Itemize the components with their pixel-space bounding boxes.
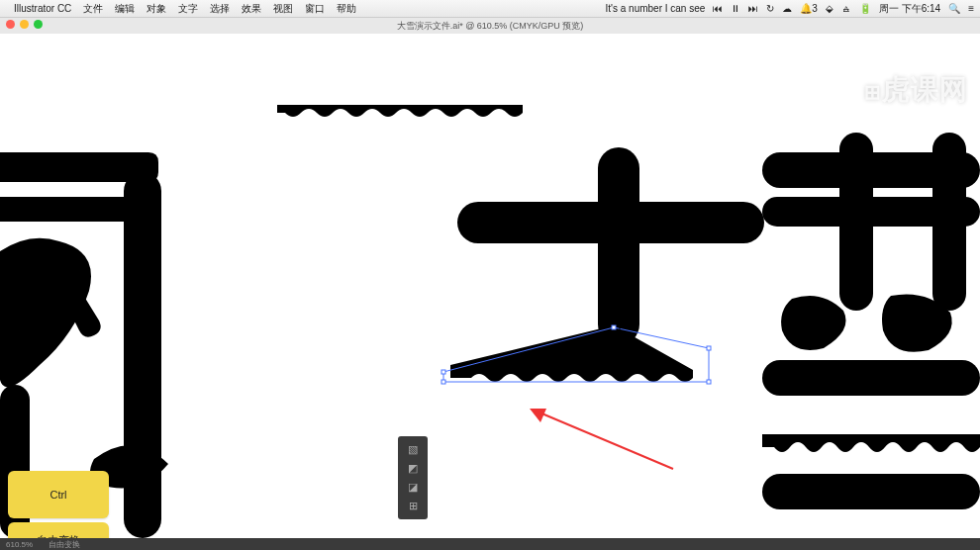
svg-rect-7 — [707, 346, 711, 350]
svg-rect-2 — [598, 147, 639, 345]
svg-rect-16 — [762, 360, 980, 396]
svg-rect-5 — [441, 370, 445, 374]
svg-rect-3 — [457, 202, 764, 243]
maximize-window-button[interactable] — [34, 20, 43, 29]
menu-edit[interactable]: 编辑 — [115, 2, 135, 16]
battery-icon: 🔋 — [859, 3, 871, 14]
close-window-button[interactable] — [6, 20, 15, 29]
document-header: 大雪演示文件.ai* @ 610.5% (CMYK/GPU 预览) — [0, 18, 980, 34]
free-transform-tool-icon[interactable]: ▧ — [402, 442, 424, 458]
menu-file[interactable]: 文件 — [83, 2, 103, 16]
perspective-distort-icon[interactable]: ◩ — [402, 461, 424, 477]
canvas[interactable]: ▧ ◩ ◪ ⊞ Ctrl 自由变换 E ⊞虎课网 — [0, 34, 980, 538]
search-icon[interactable]: 🔍 — [948, 3, 960, 14]
menu-view[interactable]: 视图 — [273, 2, 293, 16]
media-next-icon[interactable]: ⏭ — [748, 3, 758, 14]
menu-type[interactable]: 文字 — [178, 2, 198, 16]
dropbox-icon: ⬙ — [826, 3, 833, 14]
svg-rect-8 — [707, 380, 711, 384]
clock[interactable]: 周一 下午6:14 — [879, 2, 940, 16]
menu-extra-icon[interactable]: ≡ — [968, 3, 974, 14]
document-title: 大雪演示文件.ai* @ 610.5% (CMYK/GPU 预览) — [397, 20, 584, 33]
minimize-window-button[interactable] — [20, 20, 29, 29]
app-name[interactable]: Illustrator CC — [14, 3, 71, 14]
key-label-ctrl: Ctrl — [49, 489, 66, 501]
now-playing: It's a number I can see — [605, 3, 705, 14]
wifi-icon[interactable]: 🜁 — [841, 3, 851, 14]
svg-rect-15 — [932, 133, 966, 311]
sync-icon: ↻ — [766, 3, 774, 14]
media-play-icon[interactable]: ⏸ — [731, 3, 740, 14]
menu-effect[interactable]: 效果 — [242, 2, 261, 16]
zoom-level[interactable]: 610.5% — [6, 540, 33, 549]
free-transform-panel[interactable]: ▧ ◩ ◪ ⊞ — [398, 436, 428, 519]
key-overlay-transform: 自由变换 E — [8, 522, 109, 538]
key-overlay-ctrl: Ctrl — [8, 471, 109, 518]
notification-icon[interactable]: 🔔3 — [800, 3, 818, 14]
window-controls — [6, 20, 43, 29]
menu-help[interactable]: 帮助 — [337, 2, 356, 16]
svg-rect-6 — [612, 325, 616, 329]
svg-rect-17 — [762, 474, 980, 509]
artwork — [0, 34, 980, 538]
macos-menubar: Illustrator CC 文件 编辑 对象 文字 选择 效果 视图 窗口 帮… — [0, 0, 980, 18]
cloud-icon: ☁ — [782, 3, 792, 14]
status-tool: 自由变换 — [49, 539, 80, 550]
constrain-icon[interactable]: ⊞ — [402, 499, 424, 514]
menu-window[interactable]: 窗口 — [305, 2, 325, 16]
menu-select[interactable]: 选择 — [210, 2, 230, 16]
menubar-right: It's a number I can see ⏮ ⏸ ⏭ ↻ ☁ 🔔3 ⬙ 🜁… — [605, 2, 974, 16]
svg-rect-9 — [441, 380, 445, 384]
menu-object[interactable]: 对象 — [147, 2, 166, 16]
media-prev-icon[interactable]: ⏮ — [713, 3, 723, 14]
key-label-transform: 自由变换 — [37, 533, 80, 539]
free-distort-icon[interactable]: ◪ — [402, 480, 424, 496]
svg-rect-14 — [839, 133, 873, 311]
status-bar: 610.5% 自由变换 — [0, 538, 980, 550]
